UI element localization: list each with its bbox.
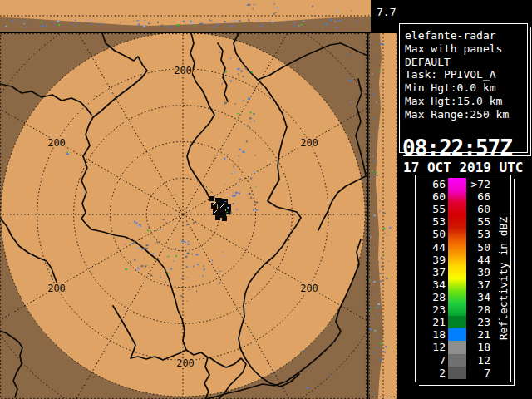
legend-right-value: 34	[466, 291, 490, 303]
legend-left-value: 21	[418, 316, 448, 328]
legend-left-value: 37	[418, 266, 448, 278]
legend-row: 4450	[418, 241, 490, 254]
svg-text:200: 200	[300, 137, 318, 149]
legend-row: 1218	[418, 341, 490, 353]
legend-left-value: 2	[418, 367, 448, 379]
legend-color-swatch	[448, 254, 466, 266]
legend-left-value: 60	[418, 190, 448, 203]
svg-text:200: 200	[47, 137, 66, 149]
legend-left-value: 50	[418, 228, 448, 240]
legend-right-value: 60	[466, 203, 490, 215]
top-height-panel	[0, 0, 371, 32]
legend-right-value: 53	[466, 228, 490, 240]
legend-color-swatch	[448, 278, 466, 291]
legend-color-swatch	[448, 328, 466, 341]
info-line: Min Hgt:0.0 km	[405, 81, 527, 95]
info-line: DEFAULT	[405, 56, 527, 69]
legend-row: 712	[418, 354, 490, 367]
legend-right-value: 39	[466, 266, 490, 278]
legend-left-value: 44	[418, 241, 448, 254]
legend-row: 2834	[418, 291, 490, 303]
legend-left-value: 23	[418, 303, 448, 316]
panel-height-label: 7.7	[377, 6, 396, 18]
legend-color-swatch	[448, 215, 466, 228]
legend-left-value: 55	[418, 203, 448, 215]
legend-row: 5355	[418, 215, 490, 228]
info-line: Max with panels	[405, 42, 527, 56]
legend-row: 2123	[418, 316, 490, 328]
legend-right-value: 55	[466, 215, 490, 228]
legend-color-swatch	[448, 341, 466, 353]
svg-text:200: 200	[176, 357, 195, 369]
legend-row: 1821	[418, 328, 490, 341]
legend-color-swatch	[448, 316, 466, 328]
info-line: Max Range:250 km	[405, 108, 527, 121]
reflectivity-legend: 66>7260665560535550534450394437393437283…	[415, 175, 511, 382]
legend-right-value: 7	[466, 367, 490, 379]
legend-left-value: 53	[418, 215, 448, 228]
legend-color-swatch	[448, 354, 466, 367]
legend-left-value: 39	[418, 254, 448, 266]
legend-row: 5053	[418, 228, 490, 240]
legend-left-value: 34	[418, 278, 448, 291]
legend-title: Reflectivity in dBZ	[497, 217, 510, 341]
legend-right-value: 50	[466, 241, 490, 254]
legend-row: 6066	[418, 190, 490, 203]
legend-row: 66>72	[418, 178, 490, 190]
strip-separator	[367, 33, 369, 399]
legend-right-value: 66	[466, 190, 490, 203]
legend-row: 3739	[418, 266, 490, 278]
legend-right-value: 37	[466, 278, 490, 291]
legend-rows: 66>7260665560535550534450394437393437283…	[418, 178, 490, 379]
info-line: Max Hgt:15.0 km	[405, 95, 527, 108]
date-readout: 17 OCT 2019 UTC	[403, 160, 524, 175]
legend-color-swatch	[448, 303, 466, 316]
svg-text:200: 200	[174, 65, 192, 76]
legend-row: 27	[418, 367, 490, 379]
clock-readout: 08:22:57Z	[402, 135, 512, 160]
legend-right-value: 18	[466, 341, 490, 353]
legend-color-swatch	[448, 291, 466, 303]
legend-color-swatch	[448, 203, 466, 215]
legend-left-value: 12	[418, 341, 448, 353]
legend-color-swatch	[448, 190, 466, 203]
info-line: Task: PPIVOL_A	[405, 68, 527, 81]
info-lines: elefante-radarMax with panelsDEFAULTTask…	[400, 24, 527, 121]
legend-row: 2328	[418, 303, 490, 316]
legend-color-swatch	[448, 266, 466, 278]
legend-color-swatch	[448, 367, 466, 379]
legend-row: 3437	[418, 278, 490, 291]
legend-right-value: 44	[466, 254, 490, 266]
legend-color-swatch	[448, 178, 466, 190]
legend-color-swatch	[448, 228, 466, 240]
panel-separator	[0, 32, 371, 33]
legend-row: 5560	[418, 203, 490, 215]
info-panel: elefante-radarMax with panelsDEFAULTTask…	[399, 23, 528, 153]
legend-right-value: 12	[466, 354, 490, 367]
legend-left-value: 28	[418, 291, 448, 303]
info-line: elefante-radar	[405, 29, 527, 42]
legend-right-value: 23	[466, 316, 490, 328]
legend-row: 3944	[418, 254, 490, 266]
legend-right-value: >72	[466, 178, 490, 190]
legend-right-value: 28	[466, 303, 490, 316]
side-height-panel	[369, 33, 398, 399]
legend-color-swatch	[448, 241, 466, 254]
svg-text:200: 200	[47, 283, 66, 294]
legend-right-value: 21	[466, 328, 490, 341]
legend-left-value: 66	[418, 178, 448, 190]
svg-text:200: 200	[300, 283, 318, 294]
legend-left-value: 7	[418, 354, 448, 367]
legend-left-value: 18	[418, 328, 448, 341]
radar-application-window: 200200200200200200 7.7 elefante-radarMax…	[0, 0, 532, 399]
